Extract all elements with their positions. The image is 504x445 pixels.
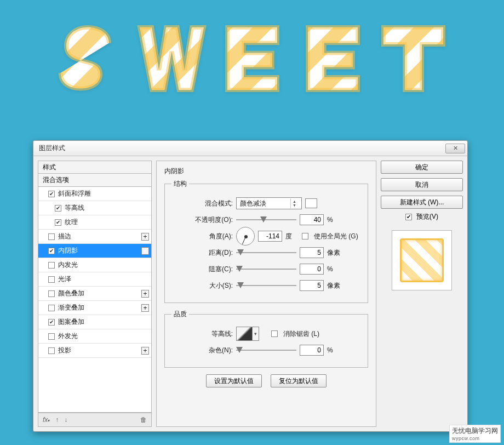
style-color-overlay[interactable]: 颜色叠加 + (38, 287, 151, 301)
letter-e1 (215, 23, 289, 94)
shadow-color-swatch[interactable] (305, 198, 317, 208)
watermark: 无忧电脑学习网 wypcw.com (449, 425, 501, 443)
letter-s (54, 23, 128, 94)
style-contour[interactable]: 等高线 (38, 201, 151, 215)
size-slider[interactable] (236, 282, 296, 289)
letter-w (135, 23, 209, 94)
watermark-line1: 无忧电脑学习网 (452, 426, 498, 436)
style-label: 内发光 (58, 260, 78, 270)
checkbox-satin[interactable] (48, 276, 55, 283)
style-stroke[interactable]: 描边 + (38, 230, 151, 244)
preview-label: 预览(V) (416, 212, 438, 221)
preview-checkbox[interactable] (405, 214, 412, 220)
checkbox-color-overlay[interactable] (48, 290, 55, 297)
panel-title: 内阴影 (164, 167, 368, 176)
style-label: 外发光 (58, 332, 78, 341)
size-input[interactable] (300, 280, 324, 291)
angle-input[interactable] (258, 231, 282, 242)
set-default-button[interactable]: 设置为默认值 (206, 374, 262, 387)
opacity-slider[interactable] (236, 216, 296, 224)
style-bevel[interactable]: 斜面和浮雕 (38, 187, 151, 201)
checkbox-outer-glow[interactable] (48, 333, 55, 340)
styles-header[interactable]: 样式 (38, 161, 152, 174)
styles-column: 样式 混合选项 斜面和浮雕 等高线 纹理 描边 + 内阴影 + (38, 161, 152, 427)
group-structure-legend: 结构 (171, 179, 189, 189)
close-button[interactable]: ✕ (445, 144, 465, 153)
blend-mode-label: 混合模式: (185, 199, 233, 208)
degree-unit: 度 (285, 232, 292, 241)
angle-dial[interactable] (236, 227, 255, 246)
noise-slider[interactable] (236, 346, 296, 354)
checkbox-bevel[interactable] (48, 191, 55, 197)
checkbox-stroke[interactable] (48, 233, 55, 240)
choke-input[interactable] (300, 264, 324, 275)
px-unit: 像素 (327, 248, 340, 258)
style-label: 描边 (58, 232, 71, 241)
checkbox-inner-glow[interactable] (48, 262, 55, 269)
antialias-label: 消除锯齿 (L) (283, 329, 319, 339)
blend-options[interactable]: 混合选项 (38, 174, 152, 187)
add-inner-shadow-icon[interactable]: + (141, 247, 149, 255)
letter-t (376, 23, 450, 94)
style-label: 斜面和浮雕 (58, 189, 91, 198)
add-drop-shadow-icon[interactable]: + (141, 347, 149, 355)
checkbox-drop-shadow[interactable] (48, 347, 55, 354)
antialias-checkbox[interactable] (271, 330, 278, 337)
watermark-line2: wypcw.com (452, 436, 498, 441)
style-texture[interactable]: 纹理 (38, 215, 151, 230)
checkbox-texture[interactable] (55, 219, 61, 226)
style-label: 颜色叠加 (58, 289, 84, 298)
px-unit: 像素 (327, 281, 340, 290)
add-stroke-icon[interactable]: + (141, 233, 149, 241)
style-label: 等高线 (65, 203, 84, 213)
checkbox-contour[interactable] (55, 205, 61, 212)
checkbox-inner-shadow[interactable] (48, 248, 55, 254)
style-satin[interactable]: 光泽 (38, 272, 151, 287)
opacity-label: 不透明度(O): (185, 215, 233, 225)
group-structure: 结构 混合模式: 颜色减淡 ▲▼ 不透明度(O): % 角度(A) (164, 179, 368, 303)
style-inner-glow[interactable]: 内发光 (38, 258, 151, 272)
percent-unit: % (327, 346, 333, 354)
style-drop-shadow[interactable]: 投影 + (38, 344, 151, 358)
dialog-title: 图层样式 (39, 144, 65, 153)
fx-menu-icon[interactable]: fx▾ (43, 416, 50, 424)
settings-panel: 内阴影 结构 混合模式: 颜色减淡 ▲▼ 不透明度(O): % (156, 161, 376, 427)
percent-unit: % (327, 216, 333, 224)
canvas-text (0, 0, 504, 94)
noise-input[interactable] (300, 345, 324, 356)
global-light-label: 使用全局光 (G) (314, 232, 358, 241)
noise-label: 杂色(N): (185, 346, 233, 355)
move-down-icon[interactable]: ↓ (64, 416, 67, 424)
opacity-input[interactable] (300, 214, 324, 225)
cancel-button[interactable]: 取消 (381, 178, 463, 191)
contour-dropdown-icon[interactable]: ▾ (253, 327, 259, 341)
style-label: 渐变叠加 (58, 303, 84, 312)
new-style-button[interactable]: 新建样式 (W)... (381, 196, 463, 209)
distance-input[interactable] (300, 247, 324, 258)
contour-picker[interactable] (236, 327, 253, 341)
percent-unit: % (327, 265, 333, 273)
reset-default-button[interactable]: 复位为默认值 (271, 374, 327, 387)
checkbox-pattern-overlay[interactable] (48, 319, 55, 326)
style-pattern-overlay[interactable]: 图案叠加 (38, 315, 151, 329)
global-light-checkbox[interactable] (302, 233, 308, 239)
style-gradient-overlay[interactable]: 渐变叠加 + (38, 301, 151, 315)
ok-button[interactable]: 确定 (381, 161, 463, 174)
blend-mode-select[interactable]: 颜色减淡 ▲▼ (236, 197, 302, 209)
distance-slider[interactable] (236, 249, 296, 256)
move-up-icon[interactable]: ↑ (55, 416, 59, 424)
size-label: 大小(S): (185, 281, 233, 290)
add-grad-overlay-icon[interactable]: + (141, 304, 149, 312)
style-label: 图案叠加 (58, 317, 84, 327)
checkbox-grad-overlay[interactable] (48, 305, 55, 311)
style-label: 光泽 (58, 275, 71, 284)
right-column: 确定 取消 新建样式 (W)... 预览(V) (381, 161, 463, 427)
choke-slider[interactable] (236, 265, 296, 273)
styles-list: 斜面和浮雕 等高线 纹理 描边 + 内阴影 + 内发光 (38, 187, 152, 413)
styles-footer: fx▾ ↑ ↓ 🗑 (38, 413, 152, 427)
add-color-overlay-icon[interactable]: + (141, 290, 149, 298)
style-outer-glow[interactable]: 外发光 (38, 329, 151, 344)
trash-icon[interactable]: 🗑 (140, 416, 147, 424)
style-inner-shadow[interactable]: 内阴影 + (38, 244, 151, 258)
titlebar[interactable]: 图层样式 ✕ (33, 141, 467, 156)
